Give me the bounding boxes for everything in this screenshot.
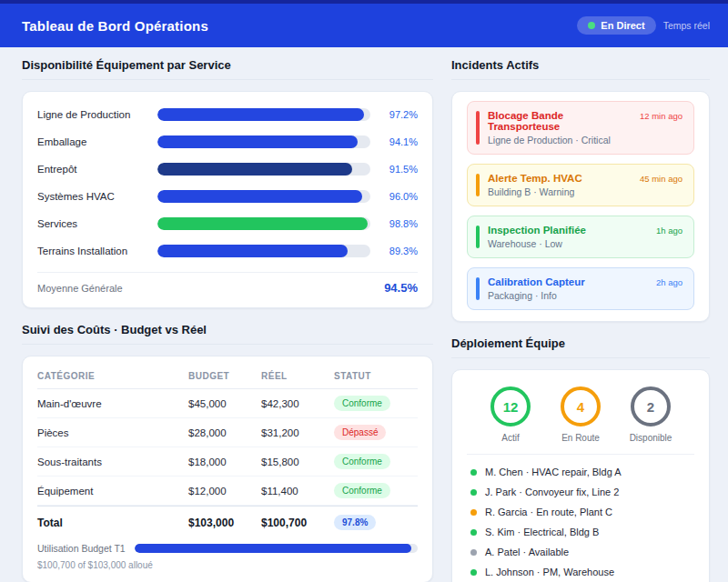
incidents-section-title: Incidents Actifs	[451, 58, 710, 80]
column-status: STATUT	[334, 371, 418, 381]
member-name: J. Park · Convoyeur fix, Line 2	[485, 487, 619, 497]
availability-bar-fill	[157, 163, 352, 176]
severity-accent-bar	[476, 111, 480, 145]
incident-time: 12 min ago	[640, 111, 682, 121]
incident-title: Blocage Bande Transporteuse	[488, 110, 634, 132]
incident-title: Inspection Planifiée	[488, 225, 586, 236]
stat-ring: 2	[631, 386, 671, 426]
status-badge: Conforme	[334, 483, 390, 498]
availability-row-label: Ligne de Production	[37, 109, 148, 120]
right-column: Incidents Actifs Blocage Bande Transport…	[451, 58, 710, 582]
severity-accent-bar	[476, 226, 480, 248]
cost-budget: $28,000	[188, 427, 261, 438]
costs-table-row: Sous-traitants $18,000 $15,800 Conforme	[37, 447, 418, 477]
team-section-title: Déploiement Équipe	[451, 336, 710, 358]
stat-ring: 4	[561, 386, 601, 426]
cost-category: Main-d'œuvre	[37, 398, 188, 409]
operations-dashboard: Tableau de Bord Opérations En Direct Tem…	[0, 0, 728, 582]
availability-row-label: Terrains Installation	[37, 246, 148, 256]
realtime-caption: Temps réel	[663, 20, 710, 31]
availability-card: Ligne de Production 97.2% Emballage 94.1…	[22, 91, 433, 308]
column-actual: RÉEL	[261, 371, 334, 381]
member-name: M. Chen · HVAC repair, Bldg A	[485, 467, 622, 477]
availability-row-label: Systèmes HVAC	[37, 191, 148, 202]
incident-item[interactable]: Blocage Bande Transporteuse 12 min ago L…	[467, 101, 694, 155]
costs-table-row: Main-d'œuvre $45,000 $42,300 Conforme	[37, 389, 418, 418]
total-actual: $100,700	[261, 517, 334, 529]
costs-section-title: Suivi des Coûts · Budget vs Réel	[22, 323, 433, 345]
cost-category: Pièces	[37, 427, 188, 438]
costs-card: CATÉGORIE BUDGET RÉEL STATUT Main-d'œuvr…	[22, 356, 433, 582]
incidents-card: Blocage Bande Transporteuse 12 min ago L…	[451, 91, 710, 322]
page-title: Tableau de Bord Opérations	[22, 18, 208, 34]
live-badge-label: En Direct	[601, 20, 644, 31]
status-dot-icon	[470, 469, 477, 476]
live-dot-icon	[588, 22, 595, 29]
availability-row-value: 97.2%	[379, 109, 418, 120]
incident-time: 1h ago	[656, 226, 682, 236]
availability-row-value: 98.8%	[379, 218, 418, 229]
status-dot-icon	[470, 509, 477, 516]
incident-meta: Building B · Warning	[488, 186, 682, 197]
utilization-label: Utilisation Budget T1	[37, 543, 126, 554]
cost-actual: $31,200	[261, 427, 334, 438]
total-label: Total	[37, 517, 188, 529]
utilization-caption: $100,700 of $103,000 alloué	[37, 560, 418, 570]
availability-bar-track	[157, 108, 370, 121]
team-stats-row: 12 Actif 4 En Route 2 Disponible	[467, 379, 694, 443]
cost-actual: $42,300	[261, 398, 334, 409]
cost-status-cell: Conforme	[334, 454, 418, 469]
availability-bar-fill	[157, 108, 364, 121]
availability-row: Entrepôt 91.5%	[37, 156, 418, 183]
incident-item[interactable]: Inspection Planifiée 1h ago Warehouse · …	[467, 216, 694, 258]
availability-row-value: 89.3%	[379, 246, 418, 256]
cost-status-cell: Conforme	[334, 483, 418, 498]
cost-actual: $15,800	[261, 457, 334, 467]
cost-budget: $45,000	[188, 398, 261, 409]
incident-meta: Ligne de Production · Critical	[488, 135, 682, 146]
team-member-row: M. Chen · HVAC repair, Bldg A	[467, 462, 694, 482]
availability-row: Ligne de Production 97.2%	[37, 101, 418, 128]
severity-accent-bar	[476, 174, 480, 196]
dashboard-content: Disponibilité Équipement par Service Lig…	[0, 47, 728, 582]
availability-row-value: 96.0%	[379, 191, 418, 202]
stat-ring: 12	[490, 386, 531, 426]
status-badge: Conforme	[334, 454, 390, 469]
availability-row: Systèmes HVAC 96.0%	[37, 183, 418, 210]
availability-row: Terrains Installation 89.3%	[37, 237, 418, 265]
total-status-cell: 97.8%	[334, 515, 418, 530]
team-member-row: L. Johnson · PM, Warehouse	[467, 562, 694, 582]
availability-row-label: Services	[37, 218, 148, 229]
availability-row-label: Entrepôt	[37, 164, 148, 175]
costs-table-row: Équipement $12,000 $11,400 Conforme	[37, 477, 418, 506]
costs-table-row: Pièces $28,000 $31,200 Dépassé	[37, 418, 418, 447]
availability-bar-track	[157, 217, 370, 230]
availability-row: Services 98.8%	[37, 210, 418, 237]
incident-item[interactable]: Calibration Capteur 2h ago Packaging · I…	[467, 267, 694, 310]
status-dot-icon	[470, 489, 477, 496]
utilization-bar-track	[135, 544, 418, 553]
total-budget: $103,000	[188, 517, 261, 529]
budget-utilization-row: Utilisation Budget T1	[37, 543, 418, 554]
utilization-bar-fill	[135, 544, 411, 553]
team-stat-available: 2 Disponible	[616, 386, 685, 443]
incident-item[interactable]: Alerte Temp. HVAC 45 min ago Building B …	[467, 164, 694, 206]
member-name: A. Patel · Available	[485, 547, 569, 557]
member-name: S. Kim · Electrical, Bldg B	[485, 527, 599, 537]
availability-row-value: 94.1%	[379, 136, 418, 147]
cost-budget: $18,000	[188, 457, 261, 467]
divider	[467, 454, 694, 455]
availability-row-label: Emballage	[37, 136, 148, 147]
member-name: R. Garcia · En route, Plant C	[485, 507, 612, 517]
status-badge: Dépassé	[334, 425, 386, 440]
severity-accent-bar	[476, 277, 480, 300]
availability-row: Emballage 94.1%	[37, 128, 418, 156]
live-status-badge[interactable]: En Direct	[577, 16, 655, 35]
header-right: En Direct Temps réel	[577, 16, 710, 35]
incident-title: Calibration Capteur	[488, 276, 585, 287]
availability-bar-track	[157, 245, 370, 257]
total-percent-badge: 97.8%	[334, 515, 376, 530]
team-member-row: S. Kim · Electrical, Bldg B	[467, 522, 694, 542]
column-category: CATÉGORIE	[37, 371, 188, 381]
incident-time: 2h ago	[656, 277, 682, 287]
